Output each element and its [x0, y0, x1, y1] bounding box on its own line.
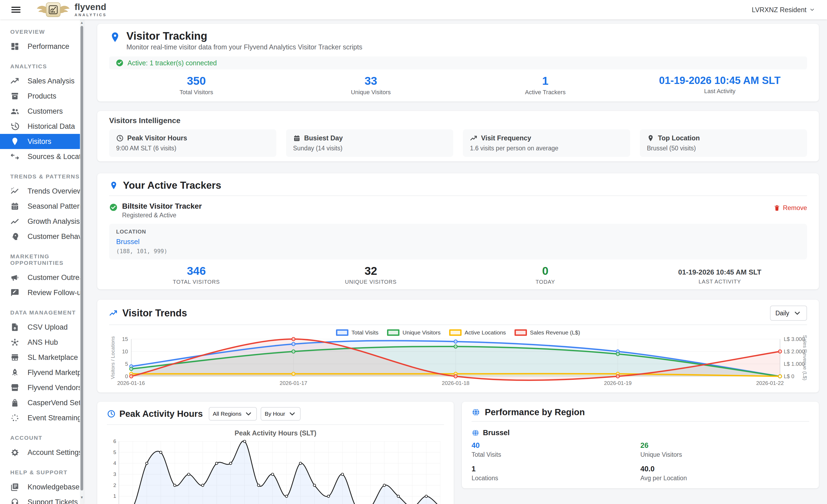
legend-swatch: [336, 329, 348, 336]
stat-value: 350: [109, 75, 284, 87]
scrollbar-thumb[interactable]: [81, 26, 83, 491]
sidebar-item-sl-marketplace[interactable]: SL Marketplace: [0, 350, 80, 365]
sidebar-item-ans-hub[interactable]: ANS Hub: [0, 335, 80, 350]
sidebar-section-title: DATA MANAGEMENT: [0, 300, 80, 320]
sidebar-item-growth-analysis[interactable]: Growth Analysis: [0, 214, 80, 229]
brand-tagline: ANALYTICS: [75, 13, 107, 17]
sidebar-item-label: Support Tickets: [28, 498, 78, 504]
intel-card-peak-visitor-hours: Peak Visitor Hours9:00 AM SLT (6 visits): [109, 129, 276, 157]
location-link[interactable]: Brussel: [116, 238, 140, 246]
sidebar-item-label: Event Streaming: [28, 414, 82, 422]
sidebar-item-label: Seasonal Patterns: [28, 202, 84, 211]
intel-card-busiest-day: Busiest DaySunday (14 visits): [286, 129, 453, 157]
sidebar-item-account-settings[interactable]: Account Settings: [0, 445, 80, 460]
sidebar-item-flyvend-marketplace[interactable]: Flyvend Marketplace: [0, 365, 80, 380]
stat-value: 33: [284, 75, 458, 87]
remove-label: Remove: [783, 204, 807, 212]
granularity-select[interactable]: By Hour: [261, 407, 301, 420]
brand-name: flyvend: [75, 2, 107, 11]
intel-card-visit-frequency: Visit Frequency1.6 visits per person on …: [463, 129, 630, 157]
sidebar-scrollbar[interactable]: ▲ ▼: [80, 19, 84, 504]
tracker-location-box: LOCATION Brussel (188, 101, 999): [109, 224, 807, 259]
visitor-trends-chart: 051015L$ 0L$ 1.000L$ 2.000L$ 3.0002026-0…: [109, 337, 807, 387]
sidebar-item-label: Historical Data: [28, 122, 75, 131]
peak-activity-chart: 012345612:00 AM SLT2:00 AM SLT4:00 AM SL…: [107, 439, 444, 504]
stat-value: 346: [109, 265, 284, 277]
chevron-down-icon: [793, 309, 801, 317]
chevron-down-icon: [809, 7, 815, 13]
section-title: Peak Activity Hours: [119, 409, 203, 419]
region-stat: 40.0Avg per Location: [640, 465, 809, 482]
legend-swatch: [449, 329, 461, 336]
stat-label: UNIQUE VISITORS: [284, 279, 458, 285]
svg-text:3: 3: [113, 471, 116, 477]
svg-text:Visitors / Locations: Visitors / Locations: [110, 336, 115, 379]
chart-title: Peak Activity Hours (SLT): [107, 429, 444, 437]
user-menu[interactable]: LVRXNZ Resident: [752, 6, 815, 14]
calendar-icon: [10, 202, 19, 211]
sidebar-item-sales-analysis[interactable]: Sales Analysis: [0, 73, 80, 89]
visitor-tracking-card: Visitor Tracking Monitor real-time visit…: [97, 24, 819, 101]
sidebar-item-customer-behavior[interactable]: Customer Behavior: [0, 229, 80, 244]
page-title: Visitor Tracking: [127, 30, 362, 42]
region-filter-select[interactable]: All Regions: [209, 407, 257, 420]
hamburger-menu-icon[interactable]: [11, 5, 20, 14]
sidebar-item-customer-outreach[interactable]: Customer Outreach: [0, 270, 80, 285]
legend-item-unique-visitors[interactable]: Unique Visitors: [387, 329, 440, 336]
sidebar-item-sources-locations[interactable]: Sources & Locations: [0, 149, 80, 164]
intel-card-title: Top Location: [658, 134, 700, 142]
region-stat: 40Total Visits: [472, 442, 640, 458]
sidebar-item-products[interactable]: Products: [0, 89, 80, 104]
sidebar-item-caspervend-settings[interactable]: CasperVend Settings: [0, 395, 80, 410]
sidebar-item-support-tickets[interactable]: Support Tickets: [0, 495, 80, 504]
trends-range-select[interactable]: Daily: [770, 306, 807, 321]
storefront-icon: [10, 383, 19, 392]
sidebar-item-seasonal-patterns[interactable]: Seasonal Patterns: [0, 199, 80, 214]
sidebar-item-review-follow-up[interactable]: Review Follow-up: [0, 285, 80, 300]
svg-text:6: 6: [113, 439, 116, 444]
svg-text:15: 15: [122, 336, 128, 342]
sidebar-item-trends-overview[interactable]: Trends Overview: [0, 184, 80, 199]
sidebar-item-event-streaming[interactable]: Event Streaming: [0, 410, 80, 425]
clock-icon: [107, 409, 115, 418]
intel-card-text: 9:00 AM SLT (6 visits): [116, 145, 269, 152]
scroll-up-icon[interactable]: ▲: [80, 19, 84, 26]
line-chart-icon: [10, 217, 19, 226]
scroll-down-icon[interactable]: ▼: [80, 494, 84, 500]
sidebar-item-csv-upload[interactable]: CSV Upload: [0, 320, 80, 335]
trash-icon: [774, 205, 780, 211]
tracker-status: Registered & Active: [122, 212, 202, 219]
calendar-icon: [293, 135, 301, 142]
legend-item-total-visits[interactable]: Total Visits: [336, 329, 378, 336]
trending-up-icon: [470, 135, 478, 142]
check-circle-icon: [115, 59, 124, 67]
selected-range: Daily: [775, 310, 789, 317]
region-stat-label: Locations: [472, 474, 640, 482]
svg-text:0: 0: [125, 373, 128, 379]
selected-granularity: By Hour: [265, 411, 285, 417]
rocket-icon: [10, 368, 19, 377]
sidebar-item-historical-data[interactable]: Historical Data: [0, 119, 80, 134]
sidebar-item-label: Sales Analysis: [28, 77, 75, 85]
legend-item-sales-revenue-l-[interactable]: Sales Revenue (L$): [515, 329, 580, 336]
sidebar-item-flyvend-vendors-settings[interactable]: Flyvend Vendors Settings: [0, 380, 80, 395]
stat-column: 01-19-2026 10:45 AM SLTLast Activity: [633, 75, 807, 96]
headset-icon: [10, 498, 19, 504]
stat-value: 01-19-2026 10:45 AM SLT: [633, 75, 807, 86]
sidebar-item-knowledgebase[interactable]: Knowledgebase: [0, 480, 80, 495]
stat-label: Total Visitors: [109, 89, 284, 96]
stat-value: 01-19-2026 10:45 AM SLT: [633, 268, 807, 276]
sidebar-item-customers[interactable]: Customers: [0, 104, 80, 119]
sidebar-item-label: Visitors: [28, 137, 51, 146]
legend-swatch: [387, 329, 399, 336]
stat-value: 0: [458, 265, 633, 277]
sidebar-item-performance[interactable]: Performance: [0, 39, 80, 54]
section-title: Your Active Trackers: [123, 180, 221, 191]
sidebar-item-visitors[interactable]: Visitors: [0, 134, 80, 149]
file-upload-icon: [10, 322, 19, 332]
stat-column: 0TODAY: [458, 265, 633, 285]
svg-text:Sales Revenue (L$): Sales Revenue (L$): [802, 335, 808, 381]
legend-item-active-locations[interactable]: Active Locations: [449, 329, 506, 336]
sidebar-item-label: Trends Overview: [28, 187, 82, 195]
remove-tracker-button[interactable]: Remove: [774, 204, 807, 212]
